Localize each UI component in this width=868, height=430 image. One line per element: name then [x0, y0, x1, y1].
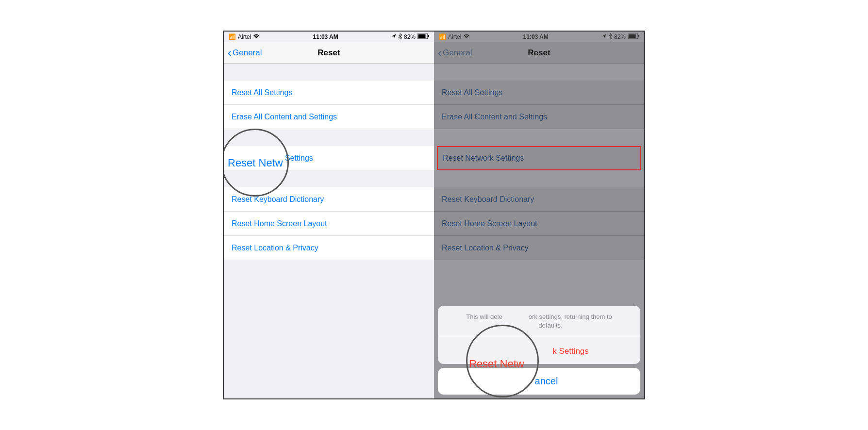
back-label: General: [443, 48, 472, 58]
svg-rect-2: [428, 35, 429, 37]
signal-icon: 📶: [439, 33, 446, 40]
back-button[interactable]: ‹ General: [228, 47, 262, 59]
screenshot-container: 📶 Airtel 11:03 AM 82%: [223, 31, 645, 399]
erase-all-content[interactable]: Erase All Content and Settings: [434, 105, 644, 129]
wifi-icon: [253, 33, 260, 40]
location-icon: [601, 33, 606, 40]
svg-rect-5: [638, 35, 639, 37]
svg-rect-1: [418, 34, 426, 38]
carrier-name: Airtel: [448, 33, 461, 40]
nav-title: Reset: [528, 48, 550, 58]
content-area: Reset All Settings Erase All Content and…: [224, 64, 434, 398]
action-sheet-group: This will dele ork settings, returning t…: [438, 306, 640, 364]
reset-network-label-rest: Settings: [285, 154, 313, 163]
reset-all-settings[interactable]: Reset All Settings: [434, 81, 644, 105]
cancel-button[interactable]: ancel: [438, 368, 640, 395]
wifi-icon: [463, 33, 470, 40]
reset-location-privacy[interactable]: Reset Location & Privacy: [434, 236, 644, 260]
section-gap: [434, 170, 644, 187]
signal-icon: 📶: [229, 33, 236, 40]
reset-network-settings[interactable]: Settings: [224, 146, 434, 170]
battery-percent: 82%: [614, 33, 626, 40]
back-label: General: [233, 48, 262, 58]
status-time: 11:03 AM: [313, 33, 338, 40]
location-icon: [391, 33, 396, 40]
bottom-filler: [224, 260, 434, 398]
chevron-left-icon: ‹: [228, 47, 232, 59]
bluetooth-icon: [398, 33, 402, 41]
section-gap: [434, 129, 644, 146]
section-gap: [434, 64, 644, 81]
reset-location-privacy[interactable]: Reset Location & Privacy: [224, 236, 434, 260]
carrier-name: Airtel: [238, 33, 251, 40]
nav-bar: ‹ General Reset: [224, 42, 434, 64]
section-gap: [224, 64, 434, 81]
section-gap: [224, 170, 434, 187]
reset-keyboard-dictionary[interactable]: Reset Keyboard Dictionary: [224, 187, 434, 212]
status-bar: 📶 Airtel 11:03 AM 82%: [434, 32, 644, 42]
phone-screen-left: 📶 Airtel 11:03 AM 82%: [224, 32, 434, 398]
status-right: 82%: [601, 33, 639, 41]
status-left: 📶 Airtel: [229, 33, 260, 40]
battery-icon: [417, 33, 429, 40]
action-message-text: This will dele ork settings, returning t…: [466, 313, 612, 329]
nav-bar: ‹ General Reset: [434, 42, 644, 64]
confirm-reset-button[interactable]: k Settings: [438, 337, 640, 364]
action-sheet-message: This will dele ork settings, returning t…: [438, 306, 640, 337]
bluetooth-icon: [608, 33, 612, 41]
status-bar: 📶 Airtel 11:03 AM 82%: [224, 32, 434, 42]
confirm-label-rest: k Settings: [552, 347, 589, 356]
status-right: 82%: [391, 33, 429, 41]
reset-network-settings[interactable]: Reset Network Settings: [437, 146, 641, 170]
reset-home-screen[interactable]: Reset Home Screen Layout: [224, 212, 434, 236]
battery-icon: [628, 33, 639, 40]
status-time: 11:03 AM: [523, 33, 549, 40]
phone-screen-right: 📶 Airtel 11:03 AM 82%: [434, 32, 644, 398]
section-gap: [224, 129, 434, 146]
cancel-label: ancel: [535, 376, 558, 386]
reset-all-settings[interactable]: Reset All Settings: [224, 81, 434, 105]
back-button[interactable]: ‹ General: [438, 47, 472, 59]
action-sheet: This will dele ork settings, returning t…: [434, 302, 644, 398]
battery-percent: 82%: [404, 33, 416, 40]
erase-all-content[interactable]: Erase All Content and Settings: [224, 105, 434, 129]
reset-keyboard-dictionary[interactable]: Reset Keyboard Dictionary: [434, 187, 644, 212]
reset-home-screen[interactable]: Reset Home Screen Layout: [434, 212, 644, 236]
chevron-left-icon: ‹: [438, 47, 442, 59]
nav-title: Reset: [317, 48, 340, 58]
status-left: 📶 Airtel: [439, 33, 470, 40]
svg-rect-4: [629, 34, 636, 38]
